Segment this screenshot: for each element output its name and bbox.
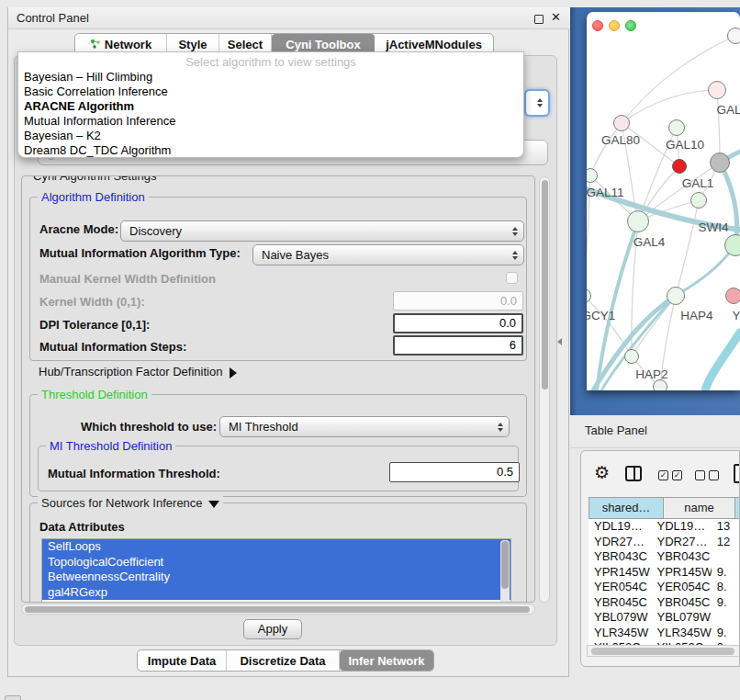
- network-node[interactable]: [725, 288, 740, 304]
- mi-threshold-field[interactable]: 0.5: [389, 462, 520, 482]
- list-item[interactable]: BetweennessCentrality: [42, 570, 510, 585]
- network-node[interactable]: [727, 28, 740, 44]
- table-row[interactable]: YER054CYER054C8.: [589, 580, 740, 595]
- checked-checkbox-icon[interactable]: ✓: [658, 470, 668, 480]
- manual-kernel-checkbox[interactable]: [506, 272, 518, 284]
- cell: 12: [712, 535, 740, 550]
- mi-steps-field[interactable]: 6: [393, 335, 523, 356]
- cell: 9.: [712, 565, 740, 581]
- algorithm-dropdown-popup: Select algorithm to view settings Bayesi…: [17, 51, 524, 158]
- document-icon[interactable]: [734, 464, 740, 483]
- mi-type-combobox[interactable]: Naive Bayes: [252, 244, 524, 265]
- dpi-tolerance-field[interactable]: 0.0: [393, 313, 523, 333]
- mi-steps-label: Mutual Information Steps:: [39, 340, 186, 354]
- dropdown-item[interactable]: Dream8 DC_TDC Algorithm: [18, 143, 523, 158]
- cell: YBR043C: [589, 549, 651, 565]
- sources-disclosure[interactable]: Sources for Network Inference: [38, 496, 223, 510]
- cell: YBL079W: [651, 610, 711, 626]
- table-panel-titlebar: Table Panel: [570, 415, 740, 448]
- tab-label: Discretize Data: [240, 654, 325, 668]
- table-row[interactable]: YLR345WYLR345W9.: [589, 626, 740, 641]
- algorithm-definition-group: Algorithm Definition Aracne Mode: Discov…: [29, 197, 527, 361]
- node-label: GAL11: [587, 186, 624, 199]
- column-header-partial[interactable]: [735, 497, 740, 519]
- float-window-icon[interactable]: [534, 15, 544, 24]
- node-label: HAP4: [680, 309, 712, 322]
- splitpane-collapse-arrow-icon[interactable]: [557, 338, 562, 345]
- network-node[interactable]: [672, 159, 687, 174]
- apply-button[interactable]: Apply: [243, 619, 302, 639]
- tab-discretize-data[interactable]: Discretize Data: [227, 650, 340, 671]
- unchecked-checkbox-icon[interactable]: [709, 470, 719, 480]
- algorithm-combobox-button[interactable]: [524, 89, 550, 117]
- which-threshold-combobox[interactable]: MI Threshold: [219, 416, 510, 437]
- settings-horizontal-scrollbar[interactable]: [21, 604, 535, 615]
- node-label: GAL4: [633, 235, 666, 249]
- network-node[interactable]: [627, 210, 649, 232]
- cell: [712, 549, 740, 565]
- corner-mini-button[interactable]: [5, 695, 21, 700]
- network-node[interactable]: [667, 287, 685, 305]
- mi-threshold-group: MI Threshold Definition Mutual Informati…: [38, 446, 519, 491]
- network-node[interactable]: [710, 152, 730, 173]
- table-row[interactable]: YDR27…YDR27…12: [589, 535, 740, 550]
- node-label: GAL80: [601, 133, 640, 147]
- table-row[interactable]: YBR043CYBR043C: [589, 549, 740, 565]
- dropdown-item[interactable]: Mutual Information Inference: [18, 114, 523, 129]
- algorithm-definition-title: Algorithm Definition: [38, 190, 149, 204]
- settings-vscroll-thumb[interactable]: [542, 180, 548, 390]
- table-row[interactable]: YBL079WYBL079W: [589, 610, 740, 626]
- column-header-name[interactable]: name: [664, 497, 735, 519]
- mi-type-value: Naive Bayes: [262, 248, 505, 262]
- table-row[interactable]: YDL19…YDL19…13: [589, 519, 740, 535]
- cell: YLR345W: [651, 626, 711, 641]
- threshold-definition-group: Threshold Definition Which threshold to …: [29, 394, 527, 497]
- cell: YER054C: [651, 580, 711, 595]
- tab-infer-network[interactable]: Infer Network: [340, 650, 433, 671]
- close-icon[interactable]: ✕: [551, 10, 561, 24]
- network-node[interactable]: [668, 119, 685, 136]
- network-node[interactable]: [613, 115, 630, 131]
- dropdown-item[interactable]: Bayesian – Hill Climbing: [18, 70, 523, 85]
- aracne-mode-value: Discovery: [129, 224, 505, 238]
- tab-impute-data[interactable]: Impute Data: [138, 650, 227, 671]
- mi-threshold-group-title: MI Threshold Definition: [46, 439, 175, 453]
- cell: YBL079W: [589, 610, 651, 626]
- split-columns-icon[interactable]: [625, 466, 642, 481]
- gear-icon[interactable]: ⚙: [594, 464, 610, 482]
- dropdown-item[interactable]: Bayesian – K2: [18, 129, 523, 143]
- table-row[interactable]: YPR145WYPR145W9.: [589, 565, 740, 581]
- cell: 9.: [712, 626, 740, 641]
- network-node[interactable]: [624, 349, 639, 364]
- list-scrollbar-thumb[interactable]: [501, 541, 509, 589]
- network-node[interactable]: [724, 234, 740, 256]
- cell: YBR043C: [651, 549, 711, 565]
- list-item[interactable]: gal4RGexp: [42, 585, 510, 601]
- network-node[interactable]: [690, 192, 707, 209]
- table-horizontal-scrollbar[interactable]: [587, 645, 740, 657]
- dropdown-item[interactable]: Basic Correlation Inference: [18, 85, 523, 99]
- cell: YPR145W: [651, 565, 711, 581]
- checked-checkbox-icon[interactable]: ✓: [672, 470, 682, 480]
- settings-vertical-scrollbar[interactable]: [539, 176, 550, 603]
- table-hscroll-thumb[interactable]: [591, 648, 734, 655]
- settings-group-title: Cyni Algorithm Settings: [29, 175, 160, 183]
- combo-arrows-icon: [512, 227, 518, 236]
- tab-label: Style: [178, 38, 207, 51]
- column-header-shared-name[interactable]: shared…: [589, 497, 664, 519]
- list-item[interactable]: SelfLoops: [42, 539, 510, 555]
- aracne-mode-combobox[interactable]: Discovery: [120, 220, 524, 242]
- list-scrollbar[interactable]: [500, 540, 510, 603]
- algorithm-dropdown-prompt[interactable]: Select algorithm to view settings: [18, 54, 523, 70]
- cyni-algorithm-settings-group: Cyni Algorithm Settings Algorithm Defini…: [21, 175, 535, 603]
- control-panel-window: Control Panel ✕ Network Style Select: [7, 7, 569, 677]
- node-label: HAP2: [635, 367, 667, 381]
- unchecked-checkbox-icon[interactable]: [695, 470, 705, 480]
- settings-hscroll-thumb[interactable]: [25, 606, 530, 613]
- hub-definition-disclosure[interactable]: Hub/Transcription Factor Definition: [39, 365, 237, 378]
- list-item[interactable]: TopologicalCoefficient: [42, 555, 510, 570]
- table-row[interactable]: YBR045CYBR045C9.: [589, 595, 740, 611]
- kernel-width-field[interactable]: 0.0: [393, 291, 523, 310]
- dropdown-item-selected[interactable]: ARACNE Algorithm: [18, 99, 523, 114]
- network-node[interactable]: [708, 81, 726, 99]
